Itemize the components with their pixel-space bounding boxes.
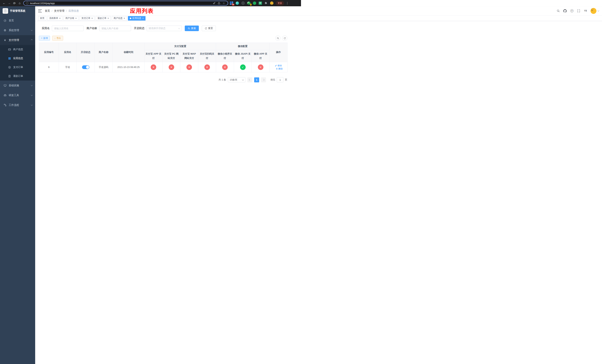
export-button[interactable]: ↓ 导出 xyxy=(52,36,63,41)
refund-order-icon xyxy=(8,75,11,78)
chevron-up-icon xyxy=(31,39,32,41)
extension-grid-icon[interactable]: 10 xyxy=(230,1,233,5)
cell-wx-app: ✕ xyxy=(252,62,269,72)
address-bar[interactable]: i localhost:1024/pay/app ☆ xyxy=(23,1,228,6)
sidebar-item-home[interactable]: 首页 xyxy=(0,16,35,25)
chevron-down-icon xyxy=(31,95,32,96)
browser-reload-icon[interactable]: ⟳ xyxy=(12,0,17,6)
breadcrumb-home[interactable]: 首页 xyxy=(45,9,50,13)
col-header-alipay-app: 支付宝 APP 支付 xyxy=(145,50,162,62)
sidebar-item-merchant-info[interactable]: 商户信息 xyxy=(0,45,35,54)
app-name-input[interactable] xyxy=(52,26,84,31)
chevron-right-icon xyxy=(263,79,265,81)
trash-icon xyxy=(276,68,278,70)
extensions-puzzle-icon[interactable] xyxy=(264,1,268,5)
sidebar-item-app-info[interactable]: 应用信息 xyxy=(0,54,35,63)
sidebar-item-label: 退款订单 xyxy=(13,75,23,78)
sidebar-item-system[interactable]: ⚙ 系统管理 xyxy=(0,25,35,35)
group-header-alipay: 支付宝配置 xyxy=(145,43,216,50)
col-header-actions: 操作 xyxy=(269,43,288,62)
browser-home-icon[interactable]: ⌂ xyxy=(17,0,22,6)
next-page-button[interactable] xyxy=(261,77,266,82)
browser-update-button[interactable]: 更新 xyxy=(276,1,284,6)
sidebar-item-workflow[interactable]: 工作流程 xyxy=(0,100,35,110)
extension-note-icon[interactable] xyxy=(258,1,262,5)
merchant-name-label: 商户名称 xyxy=(87,27,97,30)
chevron-left-icon xyxy=(249,79,251,81)
breadcrumb-current: 应用信息 xyxy=(68,9,79,13)
refresh-table-button[interactable] xyxy=(282,36,287,41)
close-icon[interactable]: × xyxy=(91,17,93,20)
tab-payment-orders[interactable]: 支付订单 × xyxy=(80,16,95,21)
reset-button[interactable]: 重置 xyxy=(202,26,216,31)
sidebar-item-label: 支付订单 xyxy=(13,65,23,69)
close-icon[interactable]: × xyxy=(75,17,77,20)
credit-card-icon xyxy=(8,48,11,51)
chevron-down-icon xyxy=(31,104,32,106)
page-size-select[interactable]: 10条/页 xyxy=(228,77,246,82)
sidebar-item-payment-orders[interactable]: 支付订单 xyxy=(0,63,35,72)
edit-button-label: 修改 xyxy=(278,64,282,67)
page-1-button[interactable]: 1 xyxy=(254,77,259,82)
sidebar-item-dev-tools[interactable]: 研发工具 xyxy=(0,90,35,100)
sidebar-item-label: 应用信息 xyxy=(13,57,23,60)
goto-page-input[interactable] xyxy=(277,77,283,82)
edit-button[interactable]: 修改 xyxy=(275,64,282,67)
enable-toggle[interactable] xyxy=(82,65,89,69)
tab-label: 用户分组 xyxy=(65,17,74,20)
search-button-label: 搜索 xyxy=(191,27,196,30)
add-button-label: 新增 xyxy=(43,37,48,40)
payment-submenu: 商户信息 应用信息 支付订单 xyxy=(0,45,35,81)
extension-green-icon[interactable] xyxy=(253,1,256,5)
browser-menu-icon[interactable]: ⋮ xyxy=(285,1,289,5)
status-select[interactable]: 请选择开启状态 xyxy=(147,26,182,31)
toggle-search-button[interactable] xyxy=(275,36,280,41)
status-fail-icon: ✕ xyxy=(169,64,174,70)
app-table: 应用编号 应用名 开启状态 商户名称 创建时间 支付宝配置 微信配置 操作 支付… xyxy=(39,43,288,72)
tab-refund-orders[interactable]: 退款订单 × xyxy=(96,16,111,21)
app-logo xyxy=(3,8,8,14)
extension-smiley-icon[interactable] xyxy=(270,1,273,5)
tab-user-group[interactable]: 用户分组 × xyxy=(64,16,78,21)
prev-page-button[interactable] xyxy=(247,77,252,82)
close-icon[interactable]: × xyxy=(142,17,144,20)
tab-process-form[interactable]: 流程表单 × xyxy=(47,16,62,21)
tab-home[interactable]: 首页 xyxy=(38,16,46,21)
add-button[interactable]: + 新增 xyxy=(39,36,50,41)
password-key-icon[interactable] xyxy=(213,1,216,5)
chevron-down-icon xyxy=(31,85,32,86)
bookmark-star-icon[interactable]: ☆ xyxy=(222,1,226,5)
close-icon[interactable]: × xyxy=(59,17,61,20)
site-info-icon[interactable]: i xyxy=(26,2,29,4)
sidebar-item-refund-orders[interactable]: 退款订单 xyxy=(0,72,35,81)
sidebar-header: 芋道管理系统 xyxy=(0,6,35,16)
share-icon[interactable] xyxy=(217,1,221,5)
breadcrumb-payment[interactable]: 支付管理 xyxy=(54,9,64,13)
sidebar-item-infrastructure[interactable]: 基础设施 xyxy=(0,81,35,90)
merchant-name-input[interactable] xyxy=(99,26,131,31)
cell-id: 6 xyxy=(39,62,59,72)
tab-label: 支付订单 xyxy=(81,17,90,20)
delete-button[interactable]: 删除 xyxy=(276,67,283,70)
tab-app-info[interactable]: 应用信息 × xyxy=(128,16,146,21)
workflow-icon xyxy=(3,104,7,107)
export-button-label: 导出 xyxy=(56,37,61,40)
tab-label: 商户信息 xyxy=(114,17,123,20)
close-icon[interactable]: × xyxy=(124,17,125,20)
sidebar-collapse-icon[interactable] xyxy=(38,10,42,12)
monitor-icon xyxy=(3,84,7,87)
pen-icon xyxy=(275,65,277,67)
search-icon xyxy=(188,27,190,30)
sidebar-item-payment[interactable]: ¥ 支付管理 xyxy=(0,35,35,45)
tab-merchant-info[interactable]: 商户信息 × xyxy=(112,16,127,21)
active-tab-dot xyxy=(130,18,131,19)
search-button[interactable]: 搜索 xyxy=(185,26,199,31)
extension-dark-icon[interactable] xyxy=(241,1,245,5)
col-header-id: 应用编号 xyxy=(39,43,59,62)
close-icon[interactable]: × xyxy=(108,17,109,20)
browser-back-icon[interactable]: ← xyxy=(1,0,7,6)
extension-multi-icon[interactable]: 1 xyxy=(247,1,250,5)
page-title-annotation: 应用列表 xyxy=(130,7,154,15)
browser-forward-icon[interactable]: → xyxy=(7,0,12,6)
extension-teal-icon[interactable] xyxy=(236,1,239,5)
